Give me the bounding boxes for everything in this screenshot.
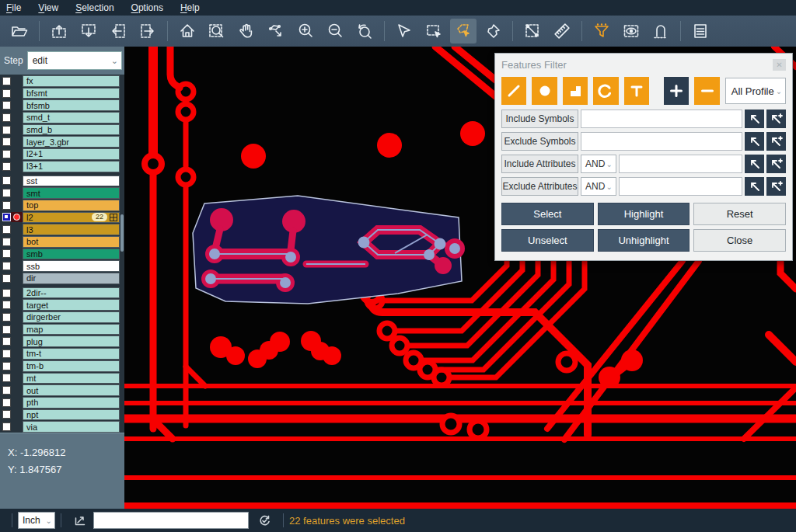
layer-row-via[interactable]: via bbox=[0, 421, 124, 433]
open-folder-button[interactable] bbox=[6, 19, 33, 43]
layer-checkbox[interactable] bbox=[2, 374, 11, 382]
snap-angle-icon[interactable] bbox=[73, 513, 87, 527]
menu-help[interactable]: Help bbox=[180, 2, 200, 13]
highlight-button[interactable]: Highlight bbox=[598, 203, 690, 225]
layer-checkbox[interactable] bbox=[2, 126, 11, 134]
layer-name[interactable]: dirgerber bbox=[23, 311, 120, 323]
home-view-button[interactable] bbox=[174, 19, 201, 43]
layer-row-mt[interactable]: mt bbox=[0, 373, 124, 384]
layer-name[interactable]: l3+1 bbox=[23, 161, 120, 172]
layer-checkbox[interactable] bbox=[2, 301, 11, 309]
layer-name[interactable]: sst bbox=[23, 176, 120, 187]
features-filter-button[interactable] bbox=[588, 19, 615, 43]
dialog-titlebar[interactable]: Features Filter ✕ bbox=[495, 54, 792, 75]
layer-indicator[interactable] bbox=[11, 89, 23, 99]
pan-hand-button[interactable] bbox=[233, 19, 260, 43]
reset-button[interactable]: Reset bbox=[693, 203, 786, 225]
filter-pad-button[interactable] bbox=[532, 77, 557, 105]
unhighlight-button[interactable]: Unhighlight bbox=[598, 229, 690, 252]
layer-checkbox[interactable] bbox=[2, 386, 11, 395]
layer-row-pth[interactable]: pth bbox=[0, 397, 124, 409]
layer-name[interactable]: pth bbox=[23, 397, 120, 409]
layer-checkbox[interactable] bbox=[2, 225, 11, 234]
layer-row-plug[interactable]: plug bbox=[0, 336, 124, 347]
layer-list-scrollbar[interactable] bbox=[120, 214, 124, 252]
exclude-symbols-button[interactable]: Exclude Symbols bbox=[501, 132, 578, 151]
layer-checkbox[interactable] bbox=[2, 201, 11, 210]
layer-indicator[interactable] bbox=[11, 149, 23, 159]
zoom-previous-button[interactable] bbox=[351, 19, 378, 43]
layer-row-dir[interactable]: dir bbox=[0, 273, 124, 284]
layer-name[interactable]: l222 bbox=[23, 212, 120, 224]
layer-checkbox[interactable] bbox=[2, 410, 11, 419]
layer-indicator[interactable] bbox=[11, 409, 23, 419]
layer-checkbox[interactable] bbox=[2, 362, 11, 370]
layer-row-bfsmb[interactable]: bfsmb bbox=[0, 99, 124, 111]
layer-name[interactable]: fx bbox=[23, 75, 120, 87]
layer-checkbox[interactable] bbox=[2, 289, 11, 297]
filter-line-button[interactable] bbox=[501, 77, 526, 105]
filter-text-button[interactable] bbox=[624, 77, 649, 105]
layer-name[interactable]: bot bbox=[23, 236, 120, 248]
step-select[interactable]: edit ⌄ bbox=[27, 51, 122, 70]
profile-select[interactable]: All Profile ⌄ bbox=[725, 78, 786, 104]
layer-name[interactable]: map bbox=[23, 324, 120, 336]
layer-indicator[interactable] bbox=[11, 336, 23, 346]
layer-checkbox[interactable] bbox=[2, 89, 11, 98]
layer-name[interactable]: smb bbox=[23, 249, 120, 260]
ruler-button[interactable] bbox=[549, 19, 575, 43]
close-icon[interactable]: ✕ bbox=[773, 59, 786, 71]
layer-indicator[interactable] bbox=[11, 162, 23, 172]
layer-row-top[interactable]: top bbox=[0, 200, 124, 211]
layer-checkbox[interactable] bbox=[2, 349, 11, 358]
layer-row-fx[interactable]: fx bbox=[0, 75, 124, 87]
layer-name[interactable]: bfsmt bbox=[23, 88, 120, 99]
layer-row-bfsmt[interactable]: bfsmt bbox=[0, 88, 124, 99]
layer-checkbox[interactable] bbox=[2, 313, 11, 322]
layer-row-layer_3.gbr[interactable]: layer_3.gbr bbox=[0, 136, 124, 148]
menu-file[interactable]: File bbox=[6, 2, 21, 13]
rectangle-select-button[interactable] bbox=[421, 19, 447, 43]
layer-indicator[interactable] bbox=[11, 422, 23, 432]
layer-name[interactable]: plug bbox=[23, 336, 120, 347]
layer-row-tm-t[interactable]: tm-t bbox=[0, 348, 124, 360]
layer-checkbox[interactable] bbox=[2, 150, 11, 158]
pan-right-button[interactable] bbox=[134, 19, 161, 43]
pick-add-attributes-button[interactable] bbox=[766, 177, 786, 196]
pick-add-symbols-button[interactable] bbox=[766, 132, 786, 151]
include-attributes-input[interactable] bbox=[619, 155, 742, 173]
layer-checkbox[interactable] bbox=[2, 77, 11, 85]
layer-indicator[interactable] bbox=[11, 385, 23, 395]
layer-checkbox[interactable] bbox=[2, 249, 11, 258]
zoom-object-button[interactable] bbox=[263, 19, 289, 43]
layer-checkbox[interactable] bbox=[2, 337, 11, 346]
layer-row-2dir--[interactable]: 2dir-- bbox=[0, 287, 124, 299]
active-layer-indicator-icon[interactable] bbox=[11, 212, 23, 222]
filter-surface-button[interactable] bbox=[563, 77, 588, 105]
layer-row-ssb[interactable]: ssb bbox=[0, 260, 124, 272]
select-button[interactable]: Select bbox=[501, 203, 594, 225]
exclude-attributes-logic-select[interactable]: AND ⌄ bbox=[581, 177, 616, 196]
layer-indicator[interactable] bbox=[11, 361, 23, 371]
layer-indicator[interactable] bbox=[11, 137, 23, 147]
layer-indicator[interactable] bbox=[11, 176, 23, 186]
layer-checkbox[interactable] bbox=[2, 189, 11, 197]
pick-add-symbols-button[interactable] bbox=[766, 110, 786, 128]
layer-name[interactable]: mt bbox=[23, 373, 120, 384]
pick-symbols-button[interactable] bbox=[745, 132, 764, 151]
layer-row-tm-b[interactable]: tm-b bbox=[0, 360, 124, 372]
layer-indicator[interactable] bbox=[11, 113, 23, 123]
layer-name[interactable]: smd_b bbox=[23, 124, 120, 136]
layer-checkbox[interactable] bbox=[2, 176, 11, 185]
layer-checkbox[interactable] bbox=[2, 101, 11, 110]
layer-name[interactable]: out bbox=[23, 384, 120, 396]
layer-checkbox[interactable] bbox=[2, 162, 11, 171]
layer-indicator[interactable] bbox=[11, 325, 23, 335]
zoom-in-button[interactable] bbox=[292, 19, 319, 43]
layer-row-map[interactable]: map bbox=[0, 324, 124, 336]
pan-up-button[interactable] bbox=[46, 19, 72, 43]
clear-brush-button[interactable] bbox=[480, 19, 506, 43]
close-button[interactable]: Close bbox=[693, 229, 786, 252]
unselect-button[interactable]: Unselect bbox=[501, 229, 594, 252]
layer-indicator[interactable] bbox=[11, 100, 23, 110]
